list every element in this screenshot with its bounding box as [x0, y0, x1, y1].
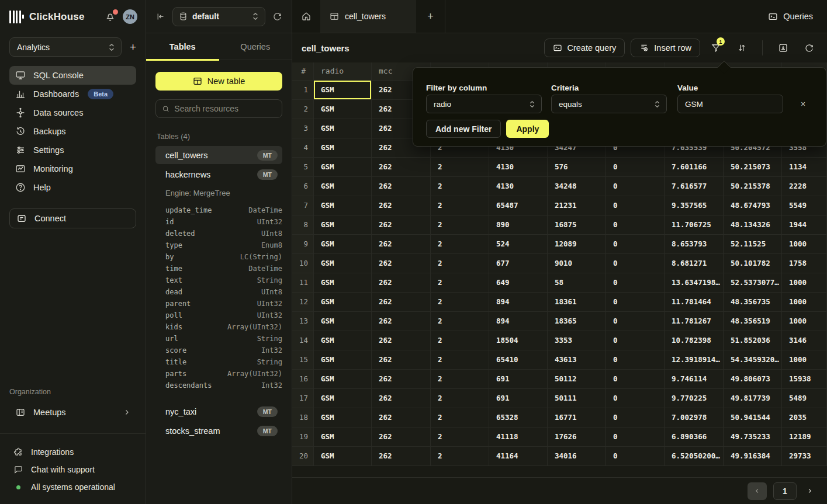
table-cell[interactable]: 0	[606, 177, 665, 196]
table-cell[interactable]: 6.890366	[665, 427, 724, 447]
table-cell[interactable]: 52.11525	[724, 235, 782, 254]
sidebar-item-chat-support[interactable]: Chat with support	[9, 461, 136, 478]
table-cell[interactable]: 2	[431, 158, 489, 177]
table-cell[interactable]: 9010	[548, 254, 606, 273]
row-number[interactable]: 15	[292, 350, 314, 370]
sidebar-item-backups[interactable]: Backups	[9, 122, 136, 141]
row-number[interactable]: 8	[292, 215, 314, 235]
table-cell[interactable]: 6.52050200…	[665, 447, 724, 466]
table-cell[interactable]: 677	[489, 254, 548, 273]
row-number[interactable]: 6	[292, 177, 314, 196]
row-number[interactable]: 9	[292, 235, 314, 254]
database-select[interactable]: default	[172, 7, 265, 26]
row-number[interactable]: 18	[292, 408, 314, 427]
table-cell[interactable]: 894	[489, 293, 548, 312]
remove-filter-button[interactable]: ×	[801, 99, 805, 109]
table-cell[interactable]: GSM	[314, 427, 372, 447]
table-cell[interactable]: 3353	[548, 331, 606, 350]
table-cell[interactable]: 11.781464	[665, 293, 724, 312]
table-cell[interactable]: 649	[489, 273, 548, 293]
table-cell[interactable]: 9.770225	[665, 389, 724, 408]
table-cell[interactable]: 2	[431, 331, 489, 350]
column-header[interactable]: #	[292, 62, 314, 81]
table-cell[interactable]: 1000	[782, 293, 827, 312]
table-cell[interactable]: 65487	[489, 196, 548, 215]
table-cell[interactable]: GSM	[314, 81, 372, 100]
table-cell[interactable]: 2	[431, 370, 489, 389]
table-cell[interactable]: 262	[372, 215, 431, 235]
table-cell[interactable]: GSM	[314, 293, 372, 312]
table-cell[interactable]: 9.357565	[665, 196, 724, 215]
table-cell[interactable]: 0	[606, 215, 665, 235]
table-cell[interactable]: 51.852036	[724, 331, 782, 350]
table-cell[interactable]: 2	[431, 293, 489, 312]
table-cell[interactable]: 890	[489, 215, 548, 235]
refresh-data-button[interactable]	[799, 39, 819, 57]
table-cell[interactable]: GSM	[314, 254, 372, 273]
table-cell[interactable]: 48.356735	[724, 293, 782, 312]
row-number[interactable]: 7	[292, 196, 314, 215]
table-cell[interactable]: 3146	[782, 331, 827, 350]
table-cell[interactable]: 0	[606, 273, 665, 293]
table-cell[interactable]: 262	[372, 293, 431, 312]
table-cell[interactable]: 2	[431, 177, 489, 196]
table-cell[interactable]: 65410	[489, 350, 548, 370]
page-number-input[interactable]: 1	[773, 482, 797, 500]
table-cell[interactable]: 1000	[782, 235, 827, 254]
table-cell[interactable]: 1000	[782, 273, 827, 293]
table-cell[interactable]: GSM	[314, 119, 372, 138]
table-cell[interactable]: 1134	[782, 158, 827, 177]
table-cell[interactable]: GSM	[314, 196, 372, 215]
notifications-button[interactable]	[105, 11, 116, 22]
table-cell[interactable]: 7.002978	[665, 408, 724, 427]
table-cell[interactable]: 18504	[489, 331, 548, 350]
row-number[interactable]: 20	[292, 447, 314, 466]
row-number[interactable]: 16	[292, 370, 314, 389]
refresh-tables-button[interactable]	[272, 12, 282, 22]
sidebar-item-settings[interactable]: Settings	[9, 141, 136, 159]
table-cell[interactable]: 54.3459320…	[724, 350, 782, 370]
tab-cell-towers[interactable]: cell_towers	[320, 0, 416, 33]
table-cell[interactable]: 576	[548, 158, 606, 177]
next-page-button[interactable]	[803, 488, 816, 494]
table-cell[interactable]: 2	[431, 350, 489, 370]
row-number[interactable]: 4	[292, 138, 314, 158]
table-cell[interactable]: 262	[372, 389, 431, 408]
criteria-select[interactable]: equals	[551, 95, 667, 113]
table-cell[interactable]: 50.215073	[724, 158, 782, 177]
table-list-item-stocks-stream[interactable]: stocks_stream MT	[155, 422, 282, 440]
table-cell[interactable]: 52.5373077…	[724, 273, 782, 293]
row-number[interactable]: 13	[292, 312, 314, 331]
table-cell[interactable]: 2	[431, 427, 489, 447]
previous-page-button[interactable]	[748, 482, 767, 500]
table-cell[interactable]: 8.681271	[665, 254, 724, 273]
table-cell[interactable]: 2	[431, 235, 489, 254]
table-cell[interactable]: 2035	[782, 408, 827, 427]
table-cell[interactable]: 262	[372, 312, 431, 331]
table-cell[interactable]: 0	[606, 427, 665, 447]
table-cell[interactable]: 262	[372, 254, 431, 273]
column-header[interactable]: radio	[314, 62, 372, 81]
row-number[interactable]: 19	[292, 427, 314, 447]
table-cell[interactable]: 1000	[782, 350, 827, 370]
table-cell[interactable]: 0	[606, 158, 665, 177]
table-cell[interactable]: 0	[606, 408, 665, 427]
table-cell[interactable]: 50.941544	[724, 408, 782, 427]
table-cell[interactable]: 1944	[782, 215, 827, 235]
table-cell[interactable]: 43613	[548, 350, 606, 370]
table-cell[interactable]: 5489	[782, 389, 827, 408]
row-number[interactable]: 12	[292, 293, 314, 312]
table-cell[interactable]: 0	[606, 389, 665, 408]
table-cell[interactable]: 13.6347198…	[665, 273, 724, 293]
table-cell[interactable]: 11.706725	[665, 215, 724, 235]
table-cell[interactable]: 262	[372, 408, 431, 427]
table-list-item-hackernews[interactable]: hackernews MT	[155, 165, 282, 183]
table-cell[interactable]: GSM	[314, 215, 372, 235]
table-cell[interactable]: 12189	[782, 427, 827, 447]
sidebar-item-sql-console[interactable]: SQL Console	[9, 66, 136, 85]
table-cell[interactable]: 34248	[548, 177, 606, 196]
create-query-button[interactable]: Create query	[544, 39, 625, 57]
table-cell[interactable]: 0	[606, 254, 665, 273]
table-cell[interactable]: 7.601166	[665, 158, 724, 177]
table-cell[interactable]: 691	[489, 389, 548, 408]
